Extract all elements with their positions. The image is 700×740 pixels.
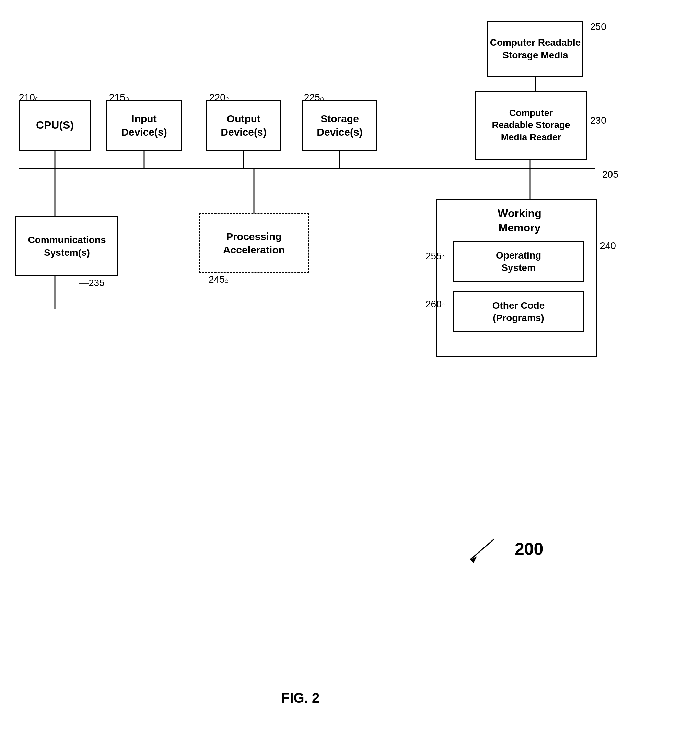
ref-205: ​205 [602, 169, 618, 180]
cpu-box: CPU(S) [19, 100, 91, 151]
crsm-reader-box: ComputerReadable StorageMedia Reader [475, 91, 587, 160]
ref-215: 215​⌂ [109, 92, 129, 103]
ref-210: 210​⌂ [19, 92, 39, 103]
storage-box: StorageDevice(s) [302, 100, 378, 151]
ref-250: 250 [590, 21, 606, 32]
other-code-box: Other Code(Programs) [453, 291, 584, 332]
output-box: OutputDevice(s) [206, 100, 281, 151]
ref-200: 200 [515, 539, 543, 559]
proc-accel-box: ProcessingAcceleration [199, 213, 309, 273]
svg-line-12 [470, 539, 494, 560]
fig-label: FIG. 2 [281, 690, 319, 706]
comm-box: CommunicationsSystem(s) [15, 216, 118, 276]
working-mem-box: WorkingMemory OperatingSystem Other Code… [436, 199, 597, 357]
ref-260: 260​⌂ [425, 299, 446, 310]
ref-230: ​230 [590, 115, 606, 126]
ref-245: 245​⌂ [209, 274, 229, 285]
diagram-container: Computer Readable Storage Media 250 CPU(… [0, 0, 700, 740]
os-box: OperatingSystem [453, 241, 584, 282]
ref-240: ​240 [600, 240, 616, 251]
ref-235: —235 [79, 277, 104, 289]
ref-225: 225​⌂ [304, 92, 324, 103]
crsm-box: Computer Readable Storage Media [487, 21, 583, 77]
ref-220: 220​⌂ [209, 92, 229, 103]
ref-255: 255​⌂ [425, 251, 446, 262]
input-box: InputDevice(s) [106, 100, 182, 151]
